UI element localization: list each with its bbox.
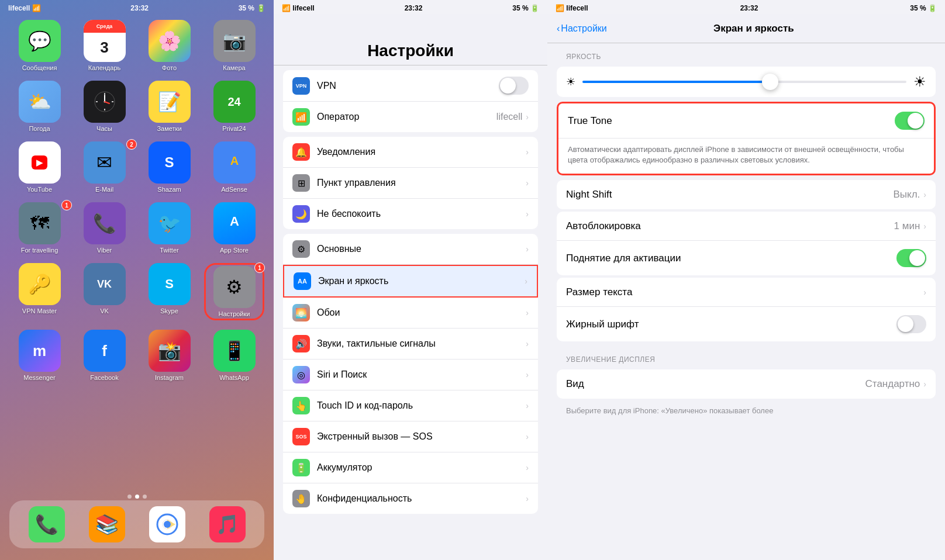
settings-item-vpn[interactable]: VPN VPN [283, 70, 538, 102]
app-twitter[interactable]: 🐦 Twitter [139, 202, 199, 254]
view-label: Вид [566, 378, 865, 390]
settings-item-dnd[interactable]: 🌙 Не беспокоить › [283, 199, 538, 229]
operator-chevron: › [526, 112, 529, 122]
settings-item-touchid[interactable]: 👆 Touch ID и код-пароль › [283, 390, 538, 421]
settings-item-control[interactable]: ⊞ Пункт управления › [283, 168, 538, 199]
app-messages[interactable]: 💬 Сообщения [9, 20, 70, 71]
app-email[interactable]: ✉ 2 E-Mail [74, 141, 134, 193]
view-value: Стандартно [865, 378, 920, 390]
app-vpnmaster[interactable]: 🔑 VPN Master [9, 263, 70, 320]
view-chevron: › [923, 379, 926, 389]
app-weather[interactable]: ⛅ Погода [9, 81, 70, 132]
operator-value: lifecell [496, 112, 522, 122]
settings-item-wallpaper[interactable]: 🌅 Обои › [283, 298, 538, 329]
settings-item-notifications[interactable]: 🔔 Уведомления › [283, 137, 538, 168]
autoblocking-item[interactable]: Автоблокировка 1 мин › [557, 212, 936, 241]
dock-music[interactable]: 🎵 [209, 506, 246, 542]
app-messenger[interactable]: m Messenger [9, 330, 70, 381]
dock-phone[interactable]: 📞 [29, 506, 65, 542]
page-dot-3 [143, 495, 147, 499]
vpn-toggle[interactable] [499, 77, 529, 95]
settings-item-screen[interactable]: AA Экран и яркость › [283, 265, 538, 298]
bold-font-item: Жирный шрифт [557, 307, 936, 341]
view-item[interactable]: Вид Стандартно › [557, 369, 936, 399]
app-shazam[interactable]: S Shazam [139, 141, 199, 193]
night-shift-value: Выкл. [893, 189, 920, 201]
brightness-thumb[interactable] [762, 74, 778, 90]
brightness-panel: 📶 lifecell 23:32 35 % 🔋 ‹ Настройки Экра… [547, 0, 945, 560]
settings-item-sos[interactable]: SOS Экстренный вызов — SOS › [283, 421, 538, 452]
touchid-chevron: › [526, 401, 529, 410]
app-vk[interactable]: VK VK [74, 263, 134, 320]
app-facebook[interactable]: f Facebook [74, 330, 134, 381]
app-adsense[interactable]: A AdSense [204, 141, 264, 193]
page-dots [0, 495, 274, 499]
travel-badge: 1 [61, 200, 72, 210]
siri-icon: ◎ [292, 366, 310, 383]
page-dot-1 [127, 495, 132, 499]
settings-item-privacy[interactable]: 🤚 Конфиденциальность › [283, 483, 538, 514]
autolock-group: Автоблокировка 1 мин › Поднятие для акти… [557, 212, 936, 275]
battery-chevron: › [526, 463, 529, 472]
dock-books[interactable]: 📚 [89, 506, 125, 542]
true-tone-toggle[interactable] [895, 112, 925, 130]
app-instagram[interactable]: 📸 Instagram [139, 330, 199, 381]
vpn-icon: VPN [292, 77, 310, 95]
wallpaper-label: Обои [317, 307, 526, 318]
settings-item-general[interactable]: ⚙ Основные › [283, 234, 538, 265]
home-carrier: lifecell 📶 [8, 4, 41, 12]
app-whatsapp[interactable]: 📱 WhatsApp [204, 330, 264, 381]
app-camera[interactable]: 📷 Камера [204, 20, 264, 71]
settings-item-battery[interactable]: 🔋 Аккумулятор › [283, 452, 538, 483]
sos-chevron: › [526, 432, 529, 441]
display-zoom-group: Вид Стандартно › [557, 369, 936, 399]
app-calendar[interactable]: Среда 3 Календарь [74, 20, 134, 71]
settings-item-operator[interactable]: 📶 Оператор lifecell › [283, 102, 538, 132]
app-notes[interactable]: 📝 Заметки [139, 81, 199, 132]
night-shift-item[interactable]: Night Shift Выкл. › [557, 180, 936, 209]
app-privat24[interactable]: 24 Privat24 [204, 81, 264, 132]
app-photos[interactable]: 🌸 Фото [139, 20, 199, 71]
sun-small-icon: ☀ [566, 75, 575, 88]
autoblocking-value: 1 мин [894, 220, 920, 232]
brightness-title: Экран и яркость [607, 23, 901, 34]
siri-chevron: › [526, 370, 529, 379]
dock: 📞 📚 🎵 [9, 500, 264, 548]
raise-to-wake-toggle[interactable] [896, 249, 926, 267]
app-skype[interactable]: S Skype [139, 263, 199, 320]
app-viber[interactable]: 📞 Viber [74, 202, 134, 254]
settings-item-sounds[interactable]: 🔊 Звуки, тактильные сигналы › [283, 329, 538, 359]
sounds-label: Звуки, тактильные сигналы [317, 338, 526, 349]
siri-label: Siri и Поиск [317, 369, 526, 380]
brightness-section-header: ЯРКОСТЬ [547, 43, 945, 64]
brightness-slider[interactable] [582, 81, 906, 83]
autoblocking-chevron: › [923, 222, 926, 231]
app-youtube[interactable]: ▶ YouTube [9, 141, 70, 193]
app-appstore[interactable]: A App Store [204, 202, 264, 254]
true-tone-group: True Tone Автоматически адаптировать дис… [557, 102, 936, 175]
page-dot-2 [135, 495, 139, 499]
brightness-slider-row: ☀ ☀ [557, 67, 936, 97]
settings-title: Настройки [283, 42, 538, 60]
wallpaper-chevron: › [526, 308, 529, 317]
app-travel[interactable]: 🗺 1 For travelling [9, 202, 70, 254]
app-settings[interactable]: ⚙ 1 Настройки [204, 263, 264, 320]
battery-label: Аккумулятор [317, 462, 526, 473]
raise-to-wake-label: Поднятие для активации [566, 253, 896, 264]
dock-chrome[interactable] [149, 506, 185, 542]
settings-item-siri[interactable]: ◎ Siri и Поиск › [283, 359, 538, 390]
settings-carrier: 📶 lifecell [282, 4, 315, 12]
touchid-label: Touch ID и код-пароль [317, 400, 526, 411]
app-clock[interactable]: Часы [74, 81, 134, 132]
screen-icon: AA [294, 272, 311, 290]
brightness-nav-bar: ‹ Настройки Экран и яркость [547, 14, 945, 43]
true-tone-label: True Tone [568, 115, 895, 127]
text-size-chevron: › [923, 288, 926, 297]
svg-text:A: A [230, 214, 239, 229]
text-size-item[interactable]: Размер текста › [557, 278, 936, 307]
brightness-content: ЯРКОСТЬ ☀ ☀ True Tone Автоматически адап… [547, 43, 945, 560]
sounds-icon: 🔊 [292, 335, 310, 352]
bold-font-toggle[interactable] [896, 315, 926, 333]
back-button[interactable]: ‹ Настройки [557, 23, 607, 34]
text-group: Размер текста › Жирный шрифт [557, 278, 936, 341]
